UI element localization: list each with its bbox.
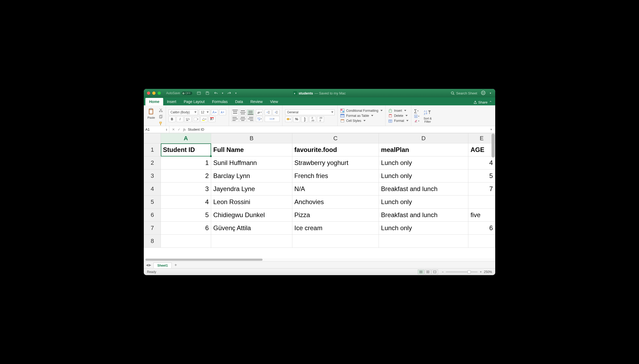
row-header-3[interactable]: 3 [144, 169, 161, 183]
row-header-7[interactable]: 7 [144, 222, 161, 235]
zoom-window-button[interactable] [158, 92, 161, 95]
collapse-ribbon-icon[interactable]: ⌃ [489, 100, 492, 104]
cell-B6[interactable]: Chidiegwu Dunkel [211, 209, 292, 222]
column-header-C[interactable]: C [292, 133, 379, 143]
redo-icon[interactable] [226, 90, 232, 96]
increase-indent-icon[interactable] [273, 109, 280, 115]
tab-formulas[interactable]: Formulas [208, 98, 231, 105]
cell-C5[interactable]: Anchovies [292, 196, 379, 209]
spreadsheet-grid[interactable]: A B C D E 1 Student ID Full Name favouri… [144, 133, 495, 258]
cell-A1[interactable]: Student ID [161, 143, 211, 156]
conditional-formatting-button[interactable]: Conditional Formatting [340, 109, 383, 113]
increase-decimal-icon[interactable]: .0.00 [309, 116, 316, 122]
cell-E1[interactable]: AGE [468, 143, 495, 156]
qat-workbook-icon[interactable] [196, 90, 202, 96]
zoom-in-button[interactable]: + [480, 270, 482, 274]
autosave-toggle[interactable]: AutoSave OFF [166, 91, 192, 95]
cell-D7[interactable]: Lunch only [379, 222, 468, 235]
page-break-view-icon[interactable] [432, 270, 438, 274]
cell-E5[interactable] [468, 196, 495, 209]
clear-icon[interactable]: ▾ [414, 119, 419, 123]
cell-B4[interactable]: Jayendra Lyne [211, 183, 292, 196]
cell-A2[interactable]: 1 [161, 156, 211, 169]
cell-A3[interactable]: 2 [161, 169, 211, 183]
cell-A7[interactable]: 6 [161, 222, 211, 235]
vertical-scrollbar[interactable] [491, 134, 495, 158]
tab-page-layout[interactable]: Page Layout [180, 98, 208, 105]
align-top-icon[interactable] [232, 109, 239, 115]
column-header-E[interactable]: E [468, 133, 495, 143]
cell-B5[interactable]: Leon Rossini [211, 196, 292, 209]
row-header-1[interactable]: 1 [144, 143, 161, 156]
merge-center-icon[interactable]: ▾ [265, 116, 280, 122]
zoom-level[interactable]: 250% [484, 270, 492, 274]
tab-home[interactable]: Home [145, 98, 163, 105]
next-sheet-icon[interactable]: ▶ [149, 263, 151, 267]
cell-D6[interactable]: Breakfast and lunch [379, 209, 468, 222]
copy-icon[interactable] [159, 115, 163, 120]
wrap-text-icon[interactable]: ▾ [256, 116, 263, 122]
column-header-B[interactable]: B [211, 133, 292, 143]
cell-C7[interactable]: Ice cream [292, 222, 379, 235]
cell-E4[interactable]: 7 [468, 183, 495, 196]
select-all-corner[interactable] [144, 133, 161, 143]
cell-C8[interactable] [292, 235, 379, 248]
percent-format-icon[interactable]: % [293, 116, 300, 122]
share-button[interactable]: Share [473, 100, 488, 104]
paste-button[interactable]: Paste [146, 107, 156, 120]
feedback-dropdown-icon[interactable]: ▼ [489, 92, 491, 94]
feedback-icon[interactable] [481, 90, 486, 96]
insert-cells-button[interactable]: Insert [388, 109, 408, 113]
tab-view[interactable]: View [266, 98, 282, 105]
sheet-tab-sheet1[interactable]: Sheet1 [153, 263, 172, 268]
cell-A5[interactable]: 4 [161, 196, 211, 209]
cell-A6[interactable]: 5 [161, 209, 211, 222]
accounting-format-icon[interactable]: ▾ [285, 116, 292, 122]
autosum-icon[interactable]: ∑▾ [414, 109, 419, 113]
bold-button[interactable]: B [169, 116, 175, 122]
cell-C1[interactable]: favourite.food [292, 143, 379, 156]
tab-data[interactable]: Data [231, 98, 247, 105]
borders-icon[interactable]: ▾ [192, 116, 199, 122]
cell-C3[interactable]: French fries [292, 169, 379, 183]
qat-customize-icon[interactable]: ▼ [235, 92, 237, 94]
normal-view-icon[interactable] [418, 270, 424, 274]
column-header-D[interactable]: D [379, 133, 468, 143]
cell-E8[interactable] [468, 235, 495, 248]
row-header-5[interactable]: 5 [144, 196, 161, 209]
cell-D3[interactable]: Lunch only [379, 169, 468, 183]
cell-D1[interactable]: mealPlan [379, 143, 468, 156]
cell-C4[interactable]: N/A [292, 183, 379, 196]
formula-input[interactable]: Student ID [188, 127, 204, 131]
row-header-6[interactable]: 6 [144, 209, 161, 222]
font-size-combo[interactable]: 12 [199, 109, 210, 115]
zoom-slider[interactable] [446, 271, 478, 272]
search-sheet-input[interactable]: Search Sheet [451, 91, 477, 95]
align-center-icon[interactable] [239, 116, 246, 122]
zoom-out-button[interactable]: − [442, 270, 444, 274]
orientation-icon[interactable]: ab▾ [256, 109, 263, 115]
cell-E2[interactable]: 4 [468, 156, 495, 169]
cell-B3[interactable]: Barclay Lynn [211, 169, 292, 183]
cell-B8[interactable] [211, 235, 292, 248]
undo-dropdown-icon[interactable]: ▼ [222, 92, 224, 94]
name-box-spinner-icon[interactable]: ▲▼ [166, 128, 167, 131]
decrease-decimal-icon[interactable]: .00.0 [317, 116, 324, 122]
prev-sheet-icon[interactable]: ◀ [146, 263, 148, 267]
cell-C6[interactable]: Pizza [292, 209, 379, 222]
font-color-icon[interactable]: A▾ [208, 116, 215, 122]
format-as-table-button[interactable]: Format as Table [340, 114, 383, 118]
cell-B7[interactable]: Güvenç Attila [211, 222, 292, 235]
cell-D8[interactable] [379, 235, 468, 248]
decrease-font-icon[interactable]: A▼ [219, 109, 226, 115]
cell-D5[interactable]: Lunch only [379, 196, 468, 209]
row-header-2[interactable]: 2 [144, 156, 161, 169]
cell-E3[interactable]: 5 [468, 169, 495, 183]
page-layout-view-icon[interactable] [425, 270, 431, 274]
enter-formula-icon[interactable]: ✓ [178, 127, 181, 131]
undo-icon[interactable] [213, 90, 219, 96]
cell-D4[interactable]: Breakfast and lunch [379, 183, 468, 196]
number-format-combo[interactable]: General [285, 109, 335, 115]
underline-button[interactable]: U▾ [185, 116, 191, 122]
minimize-window-button[interactable] [152, 92, 155, 95]
